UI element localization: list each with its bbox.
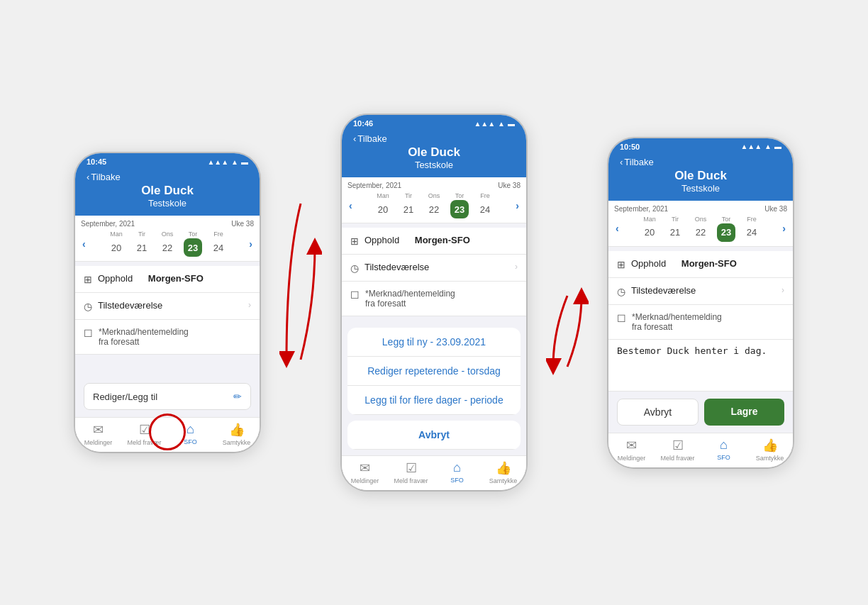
cal-prev-3[interactable]: ‹: [614, 223, 621, 234]
calendar-header-1: September, 2021 Uke 38: [81, 220, 254, 228]
school-name-1: Testskole: [87, 198, 248, 209]
arrows-svg-2: [546, 118, 589, 487]
tilstedevarelse-text-2: Tilstedeværelse: [365, 262, 509, 272]
opphold-text-2: Opphold Morgen-SFO: [365, 235, 518, 245]
cal-days-inner-3: Man20 Tir21 Ons22 Tor23 Fre24: [622, 216, 780, 242]
day-wed-1[interactable]: Ons 22: [156, 231, 179, 257]
phone-screen-3: 10:50 ▲▲▲ ▲ ▬ ‹ Tilbake Ole Duck Testsko…: [608, 138, 793, 467]
arrows-1: [279, 118, 322, 487]
cal-next-1[interactable]: ›: [247, 238, 254, 250]
tab-fravaer-2[interactable]: ☑Meld fravær: [388, 460, 434, 484]
tab-meldinger-label-1: Meldinger: [84, 439, 113, 446]
tilstedevarelse-row-1[interactable]: ◷ Tilstedeværelse ›: [75, 293, 260, 320]
merknad-textarea[interactable]: Bestemor Duck henter i dag.: [617, 345, 784, 382]
day-fri-2[interactable]: Fre24: [474, 192, 496, 218]
back-button-3[interactable]: ‹ Tilbake: [620, 157, 781, 167]
tilstedevarelse-icon-3: ◷: [617, 286, 625, 297]
opphold-icon-2: ⊞: [350, 235, 359, 247]
back-button-2[interactable]: ‹ Tilbake: [353, 133, 515, 144]
check-icon-3: ☑: [672, 438, 684, 453]
tab-samtykke-label-2: Samtykke: [489, 477, 518, 484]
user-name-2: Ole Duck: [353, 145, 515, 160]
week-label-1: Uke 38: [231, 220, 254, 228]
wifi-icon-2: ▲: [498, 120, 505, 128]
back-label-1: Tilbake: [91, 172, 120, 182]
day-tue-1[interactable]: Tir 21: [130, 231, 153, 257]
status-icons-2: ▲▲▲ ▲ ▬: [474, 120, 515, 128]
action-cancel-btn[interactable]: Avbryt: [347, 421, 521, 450]
save-button-3[interactable]: Lagre: [704, 399, 784, 426]
cal-next-2[interactable]: ›: [514, 200, 521, 211]
cal-prev-1[interactable]: ‹: [81, 238, 87, 250]
edit-button-1[interactable]: Rediger/Legg til ✏: [84, 383, 251, 410]
day-num-wed-1: 22: [158, 238, 177, 257]
tab-meldinger-3[interactable]: ✉Meldinger: [608, 438, 655, 462]
calendar-days-3: ‹ Man20 Tir21 Ons22 Tor23 Fre24 ›: [614, 216, 787, 242]
tab-sfo-3[interactable]: ⌂SFO: [701, 438, 747, 462]
calendar-strip-1: September, 2021 Uke 38 ‹ Man 20 Tir 21 O…: [75, 216, 260, 262]
calendar-header-3: September, 2021 Uke 38: [614, 205, 787, 213]
tilstedevarelse-row-2[interactable]: ◷ Tilstedeværelse ›: [342, 255, 526, 282]
day-thu-2[interactable]: Tor23: [448, 192, 471, 218]
day-thu-3[interactable]: Tor23: [715, 216, 738, 242]
content-area-2: ⊞ Opphold Morgen-SFO ◷ Tilstedeværelse ›…: [342, 223, 526, 455]
cal-prev-2[interactable]: ‹: [347, 200, 354, 211]
tab-fravaer-3[interactable]: ☑Meld fravær: [655, 438, 701, 462]
day-num-fri-1: 24: [209, 238, 228, 257]
tilstedevarelse-row-3[interactable]: ◷ Tilstedeværelse ›: [608, 278, 793, 305]
house-icon-1: ⌂: [187, 422, 194, 437]
time-2: 10:46: [353, 119, 373, 128]
mail-icon-3: ✉: [626, 438, 637, 453]
mail-icon-1: ✉: [93, 422, 104, 438]
day-mon-2[interactable]: Man20: [372, 192, 394, 218]
day-name-thu-1: Tor: [189, 231, 198, 238]
tilstedevarelse-chevron-3: ›: [781, 285, 784, 295]
back-button-1[interactable]: ‹ Tilbake: [87, 172, 248, 182]
check-icon-2: ☑: [406, 460, 417, 476]
phone-screen-2: 10:46 ▲▲▲ ▲ ▬ ‹ Tilbake Ole Duck Testsko…: [342, 115, 526, 490]
tab-meldinger-2[interactable]: ✉Meldinger: [342, 460, 388, 484]
day-fri-1[interactable]: Fre 24: [207, 231, 230, 257]
cal-next-3[interactable]: ›: [781, 223, 787, 234]
action-rediger-repeterende[interactable]: Rediger repeterende - torsdag: [347, 357, 521, 386]
day-name-mon-1: Man: [110, 231, 123, 238]
day-tue-2[interactable]: Tir21: [397, 192, 420, 218]
day-mon-3[interactable]: Man20: [638, 216, 661, 242]
tab-samtykke-3[interactable]: 👍Samtykke: [747, 438, 793, 462]
tilstedevarelse-icon-1: ◷: [84, 301, 92, 312]
month-label-3: September, 2021: [614, 205, 668, 213]
day-wed-3[interactable]: Ons22: [689, 216, 712, 242]
back-label-2: Tilbake: [357, 133, 386, 144]
tab-meldinger-1[interactable]: ✉ Meldinger: [75, 422, 121, 446]
content-area-3: ⊞ Opphold Morgen-SFO ◷ Tilstedeværelse ›…: [608, 247, 793, 433]
opphold-icon-3: ⊞: [617, 259, 625, 270]
day-thu-1[interactable]: Tor 23: [182, 231, 204, 257]
day-name-fri-1: Fre: [213, 231, 223, 238]
action-legg-til-periode[interactable]: Legg til for flere dager - periode: [347, 386, 521, 415]
user-name-3: Ole Duck: [620, 169, 781, 183]
tab-samtykke-1[interactable]: 👍 Samtykke: [213, 422, 260, 446]
tab-fravaer-label-3: Meld fravær: [660, 455, 694, 462]
screenshots-container: 10:45 ▲▲▲ ▲ ▬ ‹ Tilbake Ole Duck Testsko…: [75, 115, 793, 490]
thumbsup-icon-3: 👍: [762, 438, 778, 453]
tab-sfo-1[interactable]: ⌂ SFO: [167, 422, 213, 446]
header-1: ‹ Tilbake Ole Duck Testskole: [75, 169, 260, 216]
day-wed-2[interactable]: Ons22: [423, 192, 445, 218]
tab-bar-1: ✉ Meldinger ☑ Meld fravær ⌂ SFO 👍 Samtyk…: [75, 417, 260, 452]
header-3: ‹ Tilbake Ole Duck Testskole: [608, 154, 793, 201]
arrows-2: [546, 118, 589, 487]
tab-samtykke-2[interactable]: 👍Samtykke: [480, 460, 526, 484]
tab-fravaer-1[interactable]: ☑ Meld fravær: [121, 422, 167, 446]
tab-meldinger-label-3: Meldinger: [618, 455, 646, 462]
tilstedevarelse-chevron-2: ›: [515, 262, 518, 272]
tab-sfo-2[interactable]: ⌂SFO: [434, 460, 480, 484]
day-tue-3[interactable]: Tir21: [664, 216, 686, 242]
day-fri-3[interactable]: Fre24: [740, 216, 763, 242]
battery-icon-2: ▬: [508, 120, 515, 128]
action-legg-til-ny[interactable]: Legg til ny - 23.09.2021: [347, 328, 521, 357]
cancel-button-3[interactable]: Avbryt: [617, 399, 699, 426]
merknad-row-2: ☐ *Merknad/hentemeldingfra foresatt: [342, 282, 526, 316]
tab-samtykke-label-1: Samtykke: [223, 439, 251, 446]
day-mon-1[interactable]: Man 20: [105, 231, 128, 257]
pencil-icon-1: ✏: [233, 391, 242, 402]
